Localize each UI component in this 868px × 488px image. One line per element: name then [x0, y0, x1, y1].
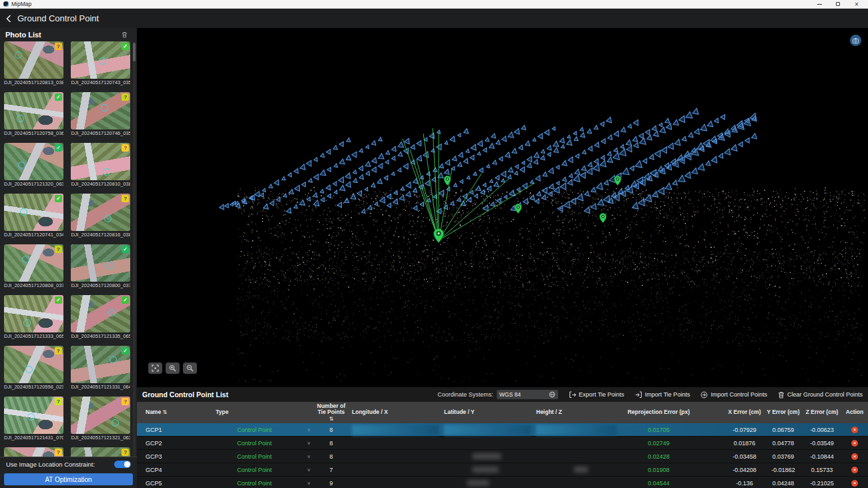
photo-name: DJI_20240517120813_0385... [4, 79, 63, 86]
gcp-marker[interactable] [433, 228, 444, 243]
photo-item[interactable]: ✓ DJI_20240517121333_0650... [4, 295, 63, 340]
delete-gcp-button[interactable]: × [851, 440, 858, 447]
table-row[interactable]: GCP3 Control Point∨ 8 0.02428 -0.03458 0… [137, 450, 868, 463]
photo-thumbnail[interactable]: ✓ [71, 346, 130, 383]
coordinate-system-value: WGS 84 [499, 391, 549, 398]
photo-thumbnail[interactable]: ? [71, 92, 130, 130]
close-button[interactable]: × [852, 1, 861, 8]
photo-item[interactable]: ? [71, 447, 130, 457]
photo-list-scrollbar[interactable] [133, 41, 136, 457]
photo-name: DJI_20240517121320_0634... [4, 180, 63, 188]
photo-status-badge: ✓ [55, 93, 62, 101]
column-header-rep: Reprojection Error (px) [616, 402, 725, 423]
photo-item[interactable]: ✓ DJI_20240517121335_0652... [71, 295, 130, 340]
photo-item[interactable]: ? DJI_20240517121321_0635... [71, 397, 130, 441]
export-tie-points-button[interactable]: Export Tie Points [569, 391, 624, 399]
chevron-down-icon[interactable]: ∨ [307, 481, 310, 486]
delete-gcp-button[interactable]: × [851, 467, 858, 473]
column-header-lat: Latitude / Y [439, 402, 531, 423]
photo-thumbnail[interactable]: ✓ [71, 295, 130, 332]
y-error-cell: 0.04248 [764, 477, 803, 488]
coordinate-system-input[interactable]: WGS 84 [497, 390, 558, 399]
photo-thumbnail[interactable]: ? [4, 397, 63, 434]
zoom-out-button[interactable] [183, 362, 197, 374]
photo-status-badge: ✓ [122, 347, 129, 354]
column-header-tie[interactable]: Number of Tie Points ⇅ [316, 402, 347, 423]
screenshot-camera-button[interactable] [850, 35, 861, 46]
import-tie-points-button[interactable]: Import Tie Points [635, 391, 690, 399]
tie-point-circle-icon [22, 256, 29, 263]
photo-item[interactable]: ? DJI_20240517120808_0379... [4, 244, 63, 289]
maximize-button[interactable] [833, 1, 843, 8]
tie-point-circle-icon [27, 413, 35, 421]
image-location-constraint-toggle[interactable] [114, 461, 131, 468]
chevron-down-icon[interactable]: ∨ [307, 441, 310, 446]
chevron-down-icon[interactable]: ∨ [307, 467, 310, 473]
photo-thumbnail[interactable]: ✓ [4, 194, 63, 231]
photo-item[interactable]: ✓ DJI_20240517120743_0351... [71, 41, 130, 86]
photo-item[interactable]: ✓ DJI_20240517120741_0348... [4, 194, 63, 238]
gcp-marker[interactable] [600, 213, 607, 223]
point-cloud-canvas[interactable] [137, 28, 868, 387]
table-row[interactable]: GCP2 Control Point∨ 8 0.02749 0.01876 0.… [137, 437, 868, 450]
table-row[interactable]: GCP4 Control Point∨ 7 0.01908 -0.04208 -… [137, 463, 868, 477]
photo-status-badge: ✓ [122, 246, 129, 253]
photo-item[interactable]: ? [4, 447, 63, 457]
reprojection-error-cell: 0.01705 [616, 423, 725, 436]
photo-item[interactable]: ? DJI_20240517120746_0354... [71, 92, 130, 137]
photo-thumbnail[interactable]: ? [4, 244, 63, 282]
table-row[interactable]: GCP5 Control Point∨ 9 0.04544 -0.136 0.0… [137, 477, 868, 488]
photo-thumbnail[interactable]: ✓ [4, 92, 63, 130]
chevron-down-icon[interactable]: ∨ [307, 427, 310, 433]
delete-photos-button[interactable] [122, 29, 128, 41]
photo-name: DJI_20240517121321_0635... [71, 434, 130, 441]
gcp-type-value: Control Point [237, 480, 272, 487]
photo-thumbnail[interactable]: ? [4, 346, 63, 383]
photo-item[interactable]: ? DJI_20240517120810_0382... [71, 143, 130, 188]
zoom-in-button[interactable] [166, 362, 180, 374]
photo-item[interactable]: ? DJI_20240517120816_0389... [71, 194, 130, 238]
photo-thumbnail[interactable]: ? [71, 447, 130, 457]
import-control-points-button[interactable]: Import Control Points [700, 391, 767, 399]
photo-item[interactable]: ? DJI_20240517120556_0237... [4, 346, 63, 391]
latitude-cell [439, 437, 531, 449]
longitude-cell [347, 450, 439, 463]
delete-gcp-button[interactable]: × [851, 427, 858, 433]
photo-thumbnail[interactable]: ? [71, 143, 130, 180]
gcp-marker[interactable] [515, 204, 522, 214]
photo-thumbnail[interactable]: ? [71, 194, 130, 231]
back-button[interactable] [0, 9, 17, 28]
photo-thumbnail[interactable]: ? [71, 397, 130, 434]
photo-thumbnail[interactable]: ✓ [4, 143, 63, 180]
table-row[interactable]: GCP1 Control Point∨ 8 0.01705 -0.07929 0… [137, 423, 868, 437]
photo-status-badge: ? [55, 246, 62, 253]
tie-point-circle-icon [110, 356, 117, 363]
coordinate-system-label: Coordinate Systems: [437, 391, 493, 398]
photo-item[interactable]: ? DJI_20240517121431_0708... [4, 397, 63, 441]
photo-thumbnail[interactable]: ? [4, 41, 63, 79]
photo-item[interactable]: ? DJI_20240517120813_0385... [4, 41, 63, 86]
delete-gcp-button[interactable]: × [851, 453, 858, 460]
photo-thumbnail[interactable]: ? [4, 447, 63, 457]
photo-item[interactable]: ✓ DJI_20240517121331_0648... [71, 346, 130, 391]
at-optimization-button[interactable]: AT Optimization [4, 473, 133, 485]
fit-view-button[interactable] [148, 362, 162, 374]
gcp-marker[interactable] [614, 176, 622, 186]
tie-points-cell: 8 [316, 437, 347, 449]
zoom-out-icon [186, 364, 194, 372]
clear-ground-control-points-button[interactable]: Clear Ground Control Points [778, 391, 863, 399]
photo-thumbnail[interactable]: ✓ [4, 295, 63, 332]
gcp-marker[interactable] [444, 176, 451, 186]
delete-gcp-button[interactable]: × [851, 480, 858, 487]
photo-item[interactable]: ✓ DJI_20240517120800_0371... [71, 244, 130, 289]
minimize-button[interactable] [815, 1, 824, 8]
photo-thumbnail[interactable]: ✓ [71, 244, 130, 282]
globe-icon[interactable] [549, 391, 556, 398]
chevron-down-icon[interactable]: ∨ [307, 454, 310, 459]
column-header-name[interactable]: Name ⇅ [137, 402, 216, 423]
photo-item[interactable]: ✓ DJI_20240517121320_0634... [4, 143, 63, 188]
photo-name: DJI_20240517121335_0652... [71, 332, 130, 340]
photo-item[interactable]: ✓ DJI_20240517120758_0368... [4, 92, 63, 137]
photo-thumbnail[interactable]: ✓ [71, 41, 130, 79]
fit-frame-icon [152, 364, 159, 372]
